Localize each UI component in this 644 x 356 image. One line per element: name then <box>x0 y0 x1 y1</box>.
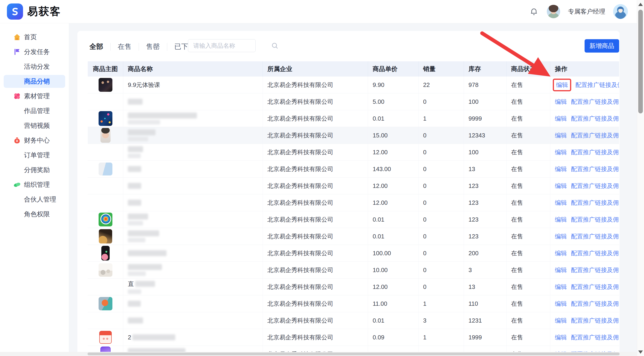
tab-divider <box>139 43 139 51</box>
user-avatar[interactable] <box>613 4 628 19</box>
search-input[interactable] <box>193 42 271 50</box>
stock-cell: 9999 <box>464 110 506 127</box>
horizontal-scrollbar-thumb[interactable] <box>88 352 620 355</box>
product-thumbnail <box>99 331 112 344</box>
edit-link[interactable]: 编辑 <box>555 98 567 106</box>
edit-link[interactable]: 编辑 <box>555 115 567 123</box>
configure-promotion-link[interactable]: 配置推广链接及佣金 <box>571 182 619 190</box>
thumbnail-cell <box>88 161 123 177</box>
edit-link[interactable]: 编辑 <box>555 182 567 190</box>
edit-link[interactable]: 编辑 <box>555 333 567 341</box>
price-cell: 143.00 <box>368 161 418 177</box>
scroll-up-arrow-icon[interactable] <box>638 3 643 6</box>
configure-promotion-link[interactable]: 配置推广链接及佣金 <box>571 199 619 207</box>
stock-cell: 123 <box>464 194 506 211</box>
sidebar-item-label: 活动分发 <box>24 62 50 71</box>
sidebar-item-material-management[interactable]: 素材管理 <box>0 89 69 104</box>
sidebar-item-distribution-task[interactable]: 分发任务 <box>0 45 69 59</box>
sales-cell: 0 <box>418 278 464 295</box>
thumbnail-cell <box>88 93 123 110</box>
configure-promotion-link[interactable]: 配置推广链接及佣金 <box>571 165 619 173</box>
edit-link[interactable]: 编辑 <box>555 216 567 224</box>
configure-promotion-link[interactable]: 配置推广链接及佣金 <box>571 148 619 156</box>
configure-promotion-link[interactable]: 配置推广链接及佣金 <box>571 131 619 140</box>
edit-link[interactable]: 编辑 <box>555 266 567 274</box>
edit-link[interactable]: 编辑 <box>555 165 567 173</box>
vertical-scrollbar-thumb[interactable] <box>638 10 643 113</box>
edit-link[interactable]: 编辑 <box>555 283 567 291</box>
product-name-cell <box>123 262 263 278</box>
stock-cell: 12343 <box>464 127 506 144</box>
configure-promotion-link[interactable]: 配置推广链接及佣金 <box>571 300 619 308</box>
redacted-text <box>128 213 148 219</box>
redacted-text <box>128 200 141 206</box>
table-row: 北京易企秀科技有限公司0.010123在售编辑配置推广链接及佣金 <box>88 211 619 228</box>
table-row: 北京易企秀科技有限公司5.000100在售编辑配置推广链接及佣金 <box>88 93 619 110</box>
scroll-down-arrow-icon[interactable] <box>638 350 643 354</box>
edit-link[interactable]: 编辑 <box>555 131 567 140</box>
product-name-cell <box>123 144 263 160</box>
add-product-button[interactable]: 新增商品 <box>584 39 619 53</box>
sidebar-item-label: 角色权限 <box>24 210 50 219</box>
configure-promotion-link[interactable]: 配置推广链接及佣金 <box>571 333 619 341</box>
configure-promotion-link[interactable]: 配置推广链接及佣金 <box>571 283 619 291</box>
notification-bell-icon[interactable] <box>529 7 539 17</box>
configure-promotion-link[interactable]: 配置推广链接及佣金 <box>571 249 619 257</box>
sidebar-item-order-management[interactable]: 订单管理 <box>0 148 69 163</box>
manager-avatar[interactable] <box>547 5 560 18</box>
configure-promotion-link[interactable]: 配置推广链接及佣金 <box>575 81 619 89</box>
configure-promotion-link[interactable]: 配置推广链接及佣金 <box>571 316 619 325</box>
sidebar-item-role-permission[interactable]: 角色权限 <box>0 207 69 222</box>
actions-cell: 编辑配置推广链接及佣金 <box>550 110 619 127</box>
product-name-cell: 直 <box>123 278 263 295</box>
sidebar-item-organization-management[interactable]: 组织管理 <box>0 177 69 192</box>
app-logo[interactable]: 易获客 <box>7 4 61 20</box>
edit-link[interactable]: 编辑 <box>556 81 568 89</box>
sidebar-item-product-distribution[interactable]: 商品分销 <box>0 74 69 89</box>
redacted-text <box>128 129 156 135</box>
configure-promotion-link[interactable]: 配置推广链接及佣金 <box>571 115 619 123</box>
price-cell: 9.90 <box>368 77 418 93</box>
price-cell: 11.00 <box>368 295 418 312</box>
edit-link[interactable]: 编辑 <box>555 232 567 240</box>
sidebar-item-home[interactable]: 首页 <box>0 30 69 45</box>
company-cell: 北京易企秀科技有限公司 <box>263 295 368 312</box>
configure-promotion-link[interactable]: 配置推广链接及佣金 <box>571 216 619 224</box>
company-cell: 北京易企秀科技有限公司 <box>263 278 368 295</box>
configure-promotion-link[interactable]: 配置推广链接及佣金 <box>571 98 619 106</box>
redacted-text <box>128 146 143 152</box>
sidebar-item-marketing-video[interactable]: 营销视频 <box>0 118 69 133</box>
sidebar-item-label: 分发任务 <box>24 48 50 56</box>
sidebar-item-works-management[interactable]: 作品管理 <box>0 104 69 118</box>
clover-icon <box>13 92 21 100</box>
status-cell: 在售 <box>506 245 550 261</box>
stock-cell: 3 <box>464 262 506 278</box>
sidebar-item-commission-reward[interactable]: 分佣奖励 <box>0 163 69 177</box>
sales-cell: 1 <box>418 329 464 346</box>
edit-link[interactable]: 编辑 <box>555 148 567 156</box>
product-thumbnail <box>98 213 112 226</box>
tab-on-sale[interactable]: 在售 <box>118 42 132 52</box>
edit-link[interactable]: 编辑 <box>555 249 567 257</box>
actions-cell: 编辑配置推广链接及佣金 <box>550 312 619 329</box>
configure-promotion-link[interactable]: 配置推广链接及佣金 <box>571 266 619 274</box>
sidebar-item-activity-distribution[interactable]: 活动分发 <box>0 59 69 74</box>
sidebar-item-partner-management[interactable]: 合伙人管理 <box>0 192 69 207</box>
tab-all[interactable]: 全部 <box>89 42 103 52</box>
sales-cell: 0 <box>418 178 464 194</box>
configure-promotion-link[interactable]: 配置推广链接及佣金 <box>571 232 619 240</box>
actions-cell: 编辑配置推广链接及佣金 <box>550 329 619 346</box>
search-box <box>188 39 256 52</box>
stock-cell: 110 <box>464 295 506 312</box>
sidebar-item-finance-center[interactable]: ¥财务中心 <box>0 133 69 148</box>
actions-cell: 编辑配置推广链接及佣金 <box>550 194 619 211</box>
edit-link[interactable]: 编辑 <box>555 316 567 325</box>
tab-sold-out[interactable]: 售罄 <box>146 42 160 52</box>
company-cell: 北京易企秀科技有限公司 <box>263 312 368 329</box>
edit-link[interactable]: 编辑 <box>555 300 567 308</box>
sales-cell: 0 <box>418 161 464 177</box>
table-row: 北京易企秀科技有限公司15.00012343在售编辑配置推广链接及佣金 <box>88 127 619 144</box>
edit-link[interactable]: 编辑 <box>555 199 567 207</box>
product-name: 直 <box>128 280 134 288</box>
search-icon[interactable] <box>271 42 279 50</box>
